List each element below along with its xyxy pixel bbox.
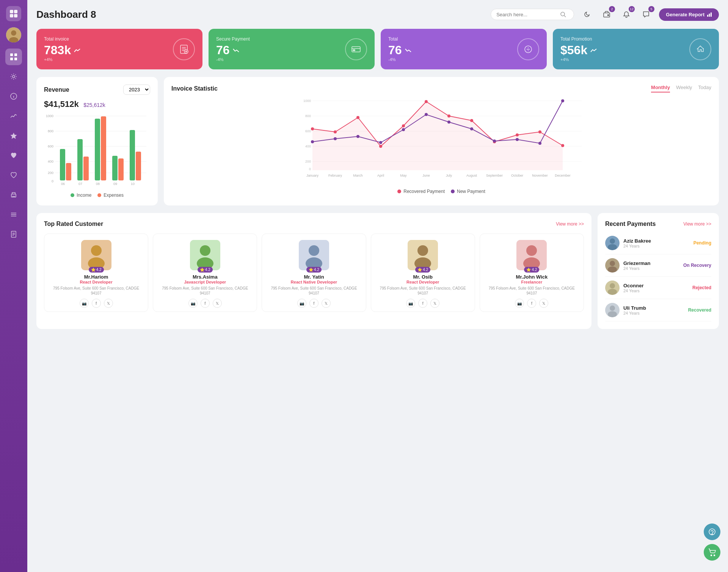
svg-text:February: February (328, 174, 342, 177)
instagram-icon-0[interactable]: 📷 (80, 299, 89, 308)
svg-text:July: July (446, 174, 452, 177)
twitter-icon-3[interactable]: 𝕏 (430, 299, 439, 308)
social-icons-3: 📷 f 𝕏 (375, 299, 471, 308)
payment-item-1: Griezerman 24 Years On Recovery (605, 254, 711, 277)
svg-point-134 (608, 266, 617, 273)
twitter-icon-2[interactable]: 𝕏 (322, 299, 331, 308)
svg-point-127 (526, 245, 537, 256)
svg-rect-2 (10, 14, 13, 17)
customer-avatar-2 (299, 240, 329, 270)
customer-avatar-wrap-4: ⭐ 4.2 (516, 240, 547, 270)
bell-icon-btn[interactable]: 12 (620, 8, 633, 21)
tab-weekly[interactable]: Weekly (676, 85, 692, 92)
sidebar-item-dashboard[interactable] (5, 49, 22, 65)
sidebar-item-analytics[interactable] (5, 108, 22, 124)
sidebar-item-print[interactable] (5, 186, 22, 203)
social-icons-0: 📷 f 𝕏 (48, 299, 144, 308)
svg-text:1000: 1000 (46, 114, 53, 118)
payment-status-2: Rejected (692, 285, 711, 290)
support-float-btn[interactable] (704, 523, 720, 540)
wallet-icon-btn[interactable]: 2 (600, 8, 613, 21)
stat-label-promotion: Total Promotion (560, 36, 597, 42)
revenue-primary: $41,512k (44, 99, 79, 109)
sidebar-item-favorites[interactable] (5, 127, 22, 144)
svg-point-139 (610, 306, 615, 311)
payment-name-1: Griezerman (623, 260, 651, 266)
svg-text:June: June (422, 174, 430, 177)
twitter-icon-0[interactable]: 𝕏 (104, 299, 113, 308)
svg-text:August: August (466, 174, 477, 177)
customer-avatar-4 (516, 240, 547, 270)
customer-role-0: React Developer (48, 280, 144, 284)
sidebar-item-liked[interactable] (5, 147, 22, 164)
customer-grid: ⭐ 4.2 Mr.Hariom React Developer 795 Fols… (44, 234, 584, 312)
svg-point-143 (711, 555, 712, 556)
svg-point-92 (356, 135, 359, 138)
sidebar-item-reports[interactable] (5, 226, 22, 243)
search-box[interactable] (491, 9, 574, 20)
legend-new-payment: New Payment (451, 189, 485, 194)
customer-title: Top Rated Customer (44, 221, 103, 227)
instagram-icon-4[interactable]: 📷 (515, 299, 524, 308)
svg-point-130 (610, 238, 615, 244)
tab-monthly[interactable]: Monthly (651, 85, 670, 92)
svg-rect-0 (10, 10, 13, 13)
svg-rect-38 (353, 50, 355, 51)
legend-recovered: Recovered Payment (397, 189, 445, 194)
search-input[interactable] (496, 12, 557, 17)
sidebar-item-wishlist[interactable] (5, 167, 22, 183)
sidebar-logo[interactable] (6, 6, 21, 21)
payment-age-3: 24 Years (623, 311, 646, 315)
svg-rect-28 (711, 13, 712, 17)
svg-rect-3 (14, 14, 17, 17)
chat-icon-btn[interactable]: 5 (639, 8, 653, 21)
customer-avatar-wrap-0: ⭐ 4.2 (81, 240, 111, 270)
twitter-icon-4[interactable]: 𝕏 (539, 299, 548, 308)
facebook-icon-2[interactable]: f (309, 299, 318, 308)
social-icons-4: 📷 f 𝕏 (484, 299, 580, 308)
svg-text:600: 600 (48, 144, 53, 148)
svg-point-99 (516, 138, 519, 141)
payment-name-2: Oconner (623, 283, 643, 288)
instagram-icon-2[interactable]: 📷 (297, 299, 306, 308)
svg-line-23 (564, 16, 566, 17)
svg-text:06: 06 (61, 182, 65, 186)
payment-item-0: Aziz Bakree 24 Years Pending (605, 232, 711, 254)
svg-rect-7 (10, 53, 13, 56)
year-select[interactable]: 202320222021 (123, 85, 150, 95)
sidebar-item-info[interactable] (5, 88, 22, 105)
svg-point-87 (516, 133, 519, 136)
stat-card-invoice: Total invoice 783k +4% (36, 29, 202, 69)
customer-name-2: Mr. Yatin (266, 274, 362, 280)
tab-today[interactable]: Today (698, 85, 711, 92)
stat-icon-promotion (689, 38, 711, 60)
avatar[interactable] (6, 27, 21, 42)
instagram-icon-3[interactable]: 📷 (406, 299, 415, 308)
sidebar-item-menu[interactable] (5, 206, 22, 223)
payments-header: Recent Payments View more >> (605, 221, 711, 227)
stat-icon-total (517, 38, 539, 60)
stat-cards: Total invoice 783k +4% Secure Payment 76… (36, 29, 719, 69)
svg-text:April: April (377, 174, 384, 177)
svg-marker-13 (11, 133, 17, 139)
twitter-icon-1[interactable]: 𝕏 (213, 299, 222, 308)
customer-role-1: Javascript Developer (157, 280, 253, 284)
stat-change-total: -4% (388, 57, 412, 62)
cart-float-btn[interactable] (704, 544, 720, 561)
instagram-icon-1[interactable]: 📷 (188, 299, 198, 308)
generate-report-button[interactable]: Generate Report (659, 8, 719, 21)
payments-view-more[interactable]: View more >> (683, 221, 711, 227)
svg-point-91 (334, 137, 337, 140)
stat-label-invoice: Total invoice (44, 36, 81, 42)
customer-card: Top Rated Customer View more >> ⭐ 4.2 Mr… (36, 213, 592, 329)
theme-toggle-btn[interactable] (580, 8, 594, 21)
customer-name-0: Mr.Hariom (48, 274, 144, 280)
sidebar (0, 0, 27, 572)
facebook-icon-0[interactable]: f (92, 299, 101, 308)
sidebar-item-settings[interactable] (5, 68, 22, 85)
facebook-icon-3[interactable]: f (418, 299, 427, 308)
facebook-icon-4[interactable]: f (527, 299, 536, 308)
facebook-icon-1[interactable]: f (201, 299, 210, 308)
customer-item-4: ⭐ 4.2 Mr.John Wick Freelancer 795 Folsom… (480, 234, 584, 312)
customer-view-more[interactable]: View more >> (556, 221, 584, 227)
